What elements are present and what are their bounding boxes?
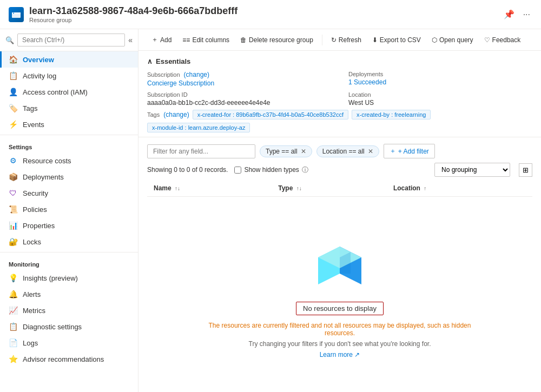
filter-field-input[interactable] — [147, 144, 255, 158]
add-filter-label: + Add filter — [398, 148, 429, 155]
deployments-item: Deployments 1 Succeeded — [348, 71, 532, 87]
collapse-essentials-icon[interactable]: ∧ — [147, 57, 153, 65]
sidebar-item-label: Locks — [23, 238, 41, 246]
feedback-button[interactable]: ♡ Feedback — [480, 34, 525, 46]
grouping-dropdown[interactable]: No grouping Resource type Location Resou… — [434, 163, 510, 177]
subscription-id-label: Subscription ID — [147, 91, 331, 98]
tags-change-link[interactable]: (change) — [163, 111, 189, 118]
settings-divider — [0, 135, 138, 135]
sidebar-item-overview[interactable]: 🏠 Overview — [0, 51, 138, 68]
add-filter-icon: ＋ — [390, 147, 396, 156]
add-icon: ＋ — [151, 35, 158, 44]
location-filter-chip: Location == all ✕ — [316, 145, 379, 157]
columns-icon: ≡≡ — [182, 36, 190, 44]
tag-badge-2: x-module-id : learn.azure.deploy-az — [147, 123, 250, 132]
empty-hint: Try changing your filters if you don't s… — [249, 340, 431, 348]
essentials-label: Essentials — [156, 57, 190, 65]
tags-label: Tags (change) — [147, 111, 189, 118]
records-row: Showing 0 to 0 of 0 records. Show hidden… — [147, 163, 532, 177]
sidebar-item-advisor[interactable]: ⭐ Advisor recommendations — [0, 351, 138, 367]
search-input[interactable] — [17, 34, 125, 46]
type-filter-close[interactable]: ✕ — [301, 148, 306, 155]
sidebar-item-properties[interactable]: 📊 Properties — [0, 217, 138, 234]
deployments-value-link[interactable]: 1 Succeeded — [348, 78, 532, 86]
delete-icon: 🗑 — [240, 36, 247, 44]
location-label: Location — [348, 91, 532, 98]
sidebar-item-resource-costs[interactable]: ⚙ Resource costs — [0, 152, 138, 169]
add-filter-button[interactable]: ＋ + Add filter — [384, 144, 435, 158]
col-name: Name ↑↓ — [147, 180, 272, 197]
sidebar-item-label: Properties — [23, 222, 55, 230]
advisor-icon: ⭐ — [9, 355, 17, 363]
deployments-label: Deployments — [348, 71, 532, 77]
collapse-sidebar-button[interactable]: « — [128, 36, 133, 44]
policies-icon: 📜 — [9, 205, 17, 214]
sidebar-item-label: Resource costs — [23, 157, 71, 165]
sidebar-item-locks[interactable]: 🔐 Locks — [0, 234, 138, 250]
refresh-icon: ↻ — [331, 36, 337, 44]
events-icon: ⚡ — [9, 120, 17, 129]
feedback-icon: ♡ — [484, 36, 490, 44]
essentials-section: ∧ Essentials Subscription (change) Conci… — [138, 51, 541, 137]
monitoring-divider — [0, 252, 138, 253]
sidebar-item-label: Activity log — [23, 72, 56, 80]
sidebar-item-label: Metrics — [23, 307, 45, 315]
show-hidden-checkbox[interactable] — [234, 167, 241, 174]
sidebar-item-events[interactable]: ⚡ Events — [0, 116, 138, 132]
sidebar-item-diagnostic[interactable]: 📋 Diagnostic settings — [0, 318, 138, 335]
sidebar: 🔍 « 🏠 Overview 📋 Activity log 👤 Access c… — [0, 29, 138, 392]
sidebar-item-label: Insights (preview) — [23, 274, 78, 282]
edit-columns-button[interactable]: ≡≡ Edit columns — [178, 34, 234, 46]
name-sort-icon[interactable]: ↑↓ — [175, 185, 180, 191]
essentials-header: ∧ Essentials — [147, 57, 532, 65]
locks-icon: 🔐 — [9, 237, 17, 246]
records-count: Showing 0 to 0 of 0 records. — [147, 166, 228, 174]
location-value: West US — [348, 99, 532, 107]
sidebar-item-label: Tags — [23, 104, 37, 112]
pin-button[interactable]: 📌 — [502, 7, 517, 22]
sidebar-item-label: Access control (IAM) — [23, 88, 88, 96]
delete-resource-group-button[interactable]: 🗑 Delete resource group — [236, 34, 318, 46]
sidebar-item-logs[interactable]: 📄 Logs — [0, 335, 138, 351]
sidebar-item-alerts[interactable]: 🔔 Alerts — [0, 286, 138, 302]
filter-row: Type == all ✕ Location == all ✕ ＋ + Add … — [147, 144, 532, 158]
sidebar-item-activity-log[interactable]: 📋 Activity log — [0, 68, 138, 84]
toolbar-sep-1 — [322, 35, 322, 45]
refresh-button[interactable]: ↻ Refresh — [327, 34, 366, 46]
security-icon: 🛡 — [9, 189, 17, 197]
content-toolbar: ＋ Add ≡≡ Edit columns 🗑 Delete resource … — [138, 29, 541, 51]
settings-section-label: Settings — [0, 137, 138, 152]
export-button[interactable]: ⬇ Export to CSV — [368, 34, 425, 46]
svg-point-2 — [13, 12, 14, 14]
insights-icon: 💡 — [9, 274, 17, 282]
grouping-grid-button[interactable]: ⊞ — [519, 163, 532, 177]
metrics-icon: 📈 — [9, 306, 17, 315]
export-icon: ⬇ — [372, 36, 378, 44]
sidebar-item-tags[interactable]: 🏷️ Tags — [0, 100, 138, 116]
subscription-value-link[interactable]: Concierge Subscription — [147, 79, 331, 87]
sidebar-item-metrics[interactable]: 📈 Metrics — [0, 302, 138, 318]
type-filter-label: Type == all — [266, 148, 298, 155]
location-filter-label: Location == all — [322, 148, 365, 155]
sidebar-item-insights[interactable]: 💡 Insights (preview) — [0, 270, 138, 286]
sidebar-item-deployments[interactable]: 📦 Deployments — [0, 169, 138, 185]
sidebar-item-access-control[interactable]: 👤 Access control (IAM) — [0, 84, 138, 100]
sidebar-item-label: Logs — [23, 339, 38, 347]
location-sort-icon[interactable]: ↑ — [424, 185, 426, 191]
resource-costs-icon: ⚙ — [9, 156, 17, 165]
sidebar-item-security[interactable]: 🛡 Security — [0, 185, 138, 201]
type-filter-chip: Type == all ✕ — [260, 145, 312, 157]
subscription-change-link[interactable]: (change) — [184, 71, 209, 78]
subscription-id-item: Subscription ID aaaa0a0a-bb1b-cc2c-dd3d-… — [147, 91, 331, 107]
show-hidden-types-label[interactable]: Show hidden types ⓘ — [234, 165, 308, 175]
sidebar-item-label: Advisor recommendations — [23, 355, 104, 363]
learn-more-link[interactable]: Learn more ↗ — [320, 351, 360, 358]
add-button[interactable]: ＋ Add — [147, 32, 176, 47]
open-query-button[interactable]: ⬡ Open query — [427, 34, 478, 46]
tags-icon: 🏷️ — [9, 104, 17, 112]
type-sort-icon[interactable]: ↑↓ — [296, 185, 302, 191]
sidebar-item-policies[interactable]: 📜 Policies — [0, 201, 138, 217]
more-button[interactable]: ··· — [521, 8, 532, 22]
resource-table: Name ↑↓ Type ↑↓ Location ↑ — [147, 180, 532, 197]
location-filter-close[interactable]: ✕ — [368, 148, 373, 155]
